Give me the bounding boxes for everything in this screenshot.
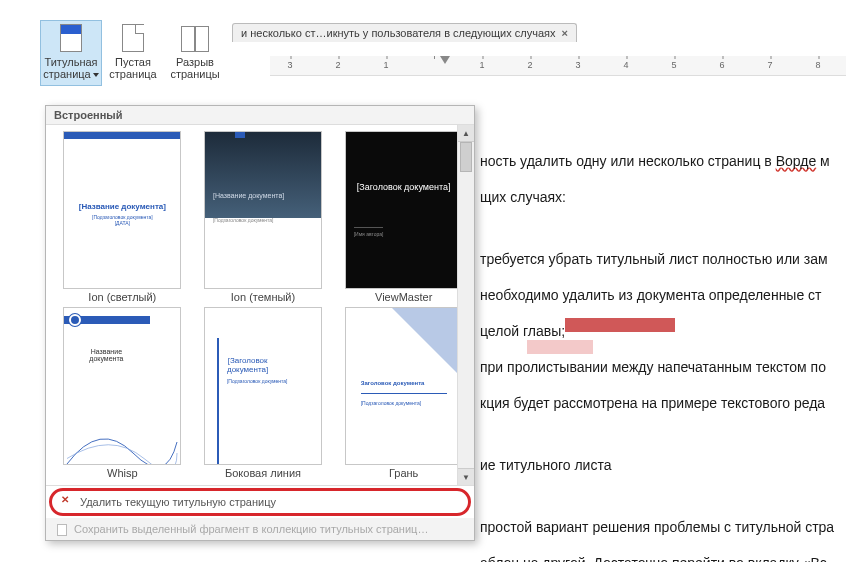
- blank-page-icon: [117, 24, 149, 54]
- cover-thumbnail: [Заголовок документа][Имя автора]: [345, 131, 463, 289]
- ruler-tick: 5: [671, 60, 676, 70]
- chevron-down-icon: [93, 73, 99, 77]
- ruler-tick: 1: [383, 60, 388, 70]
- ruler-tick: 1: [479, 60, 484, 70]
- cover-thumbnail: Названиедокумента: [63, 307, 181, 465]
- document-line: необходимо удалить из документа определе…: [480, 284, 841, 306]
- remove-cover-page-label: Удалить текущую титульную страницу: [80, 496, 276, 508]
- text-selection-highlight: [527, 340, 593, 354]
- gallery-footer: Удалить текущую титульную страницу Сохра…: [46, 485, 474, 540]
- gallery-section-header: Встроенный: [46, 106, 474, 125]
- document-body[interactable]: ность удалить одну или несколько страниц…: [480, 150, 841, 562]
- cover-template-whisp[interactable]: НазваниедокументаWhisp: [56, 307, 189, 479]
- save-icon: [54, 522, 68, 536]
- delete-icon: [60, 495, 74, 509]
- page-break-icon: [179, 24, 211, 54]
- ruler-tick: 6: [719, 60, 724, 70]
- document-line: [480, 428, 841, 450]
- document-tab[interactable]: и несколько ст…икнуть у пользователя в с…: [232, 23, 577, 42]
- cover-template-side[interactable]: [Заголовокдокумента][Подзаголовок докуме…: [197, 307, 330, 479]
- page-break-label: Разрыв страницы: [167, 56, 223, 80]
- document-line: простой вариант решения проблемы с титул…: [480, 516, 841, 538]
- ruler-tick: 2: [335, 60, 340, 70]
- document-line: ие титульного листа: [480, 454, 841, 476]
- cover-page-label: Титульная страница: [43, 56, 99, 80]
- cover-template-ion-dark[interactable]: [Название документа][Подзаголовок докуме…: [197, 131, 330, 303]
- cover-thumbnail-label: Боковая линия: [197, 467, 330, 479]
- ribbon-pages-group: Титульная страница Пустая страница Разры…: [40, 20, 226, 86]
- close-icon[interactable]: ×: [561, 27, 567, 39]
- scroll-down-button[interactable]: ▼: [458, 468, 474, 485]
- ruler-tick: 7: [767, 60, 772, 70]
- document-line: при пролистывании между напечатанным тек…: [480, 356, 841, 378]
- save-selection-item: Сохранить выделенный фрагмент в коллекци…: [46, 518, 474, 540]
- cover-page-gallery: Встроенный [Название документа][Подзагол…: [45, 105, 475, 541]
- document-line: аблон на другой. Достаточно перейти во в…: [480, 552, 841, 562]
- document-line: требуется убрать титульный лист полность…: [480, 248, 841, 270]
- save-selection-label: Сохранить выделенный фрагмент в коллекци…: [74, 523, 428, 535]
- ruler-tick: 3: [287, 60, 292, 70]
- blank-page-label: Пустая страница: [105, 56, 161, 80]
- cover-thumbnail: [Заголовокдокумента][Подзаголовок докуме…: [204, 307, 322, 465]
- horizontal-ruler[interactable]: 32112345678: [270, 56, 846, 76]
- cover-thumbnail: [Название документа][Подзаголовок докуме…: [204, 131, 322, 289]
- cover-thumbnail: [Название документа][Подзаголовок докуме…: [63, 131, 181, 289]
- indent-marker-icon[interactable]: [440, 56, 450, 64]
- document-tab-bar: и несколько ст…икнуть у пользователя в с…: [232, 20, 846, 44]
- cover-page-button[interactable]: Титульная страница: [40, 20, 102, 86]
- document-line: щих случаях:: [480, 186, 841, 208]
- ruler-tick: 3: [575, 60, 580, 70]
- document-tab-title: и несколько ст…икнуть у пользователя в с…: [241, 27, 555, 39]
- page-break-button[interactable]: Разрыв страницы: [164, 20, 226, 86]
- cover-template-ion-light[interactable]: [Название документа][Подзаголовок докуме…: [56, 131, 189, 303]
- blank-page-button[interactable]: Пустая страница: [102, 20, 164, 86]
- ruler-tick: 4: [623, 60, 628, 70]
- cover-template-edge[interactable]: Заголовок документа[Подзаголовок докумен…: [337, 307, 470, 479]
- document-line: [480, 222, 841, 244]
- remove-cover-page-item[interactable]: Удалить текущую титульную страницу: [49, 488, 471, 516]
- cover-page-icon: [55, 24, 87, 54]
- cover-thumbnail-label: ViewMaster: [337, 291, 470, 303]
- cover-thumbnail: Заголовок документа[Подзаголовок докумен…: [345, 307, 463, 465]
- cover-thumbnail-label: Ion (темный): [197, 291, 330, 303]
- cover-thumbnail-label: Ion (светлый): [56, 291, 189, 303]
- gallery-scrollbar[interactable]: ▲ ▼: [457, 125, 474, 485]
- scroll-up-button[interactable]: ▲: [458, 125, 474, 142]
- cover-thumbnail-label: Грань: [337, 467, 470, 479]
- scroll-thumb[interactable]: [460, 142, 472, 172]
- document-line: ность удалить одну или несколько страниц…: [480, 150, 841, 172]
- cover-thumbnail-label: Whisp: [56, 467, 189, 479]
- document-line: кция будет рассмотрена на примере тексто…: [480, 392, 841, 414]
- ruler-tick: 8: [815, 60, 820, 70]
- cover-template-viewmaster[interactable]: [Заголовок документа][Имя автора]ViewMas…: [337, 131, 470, 303]
- ruler-tick: 2: [527, 60, 532, 70]
- text-selection-highlight: [565, 318, 675, 332]
- document-line: [480, 490, 841, 512]
